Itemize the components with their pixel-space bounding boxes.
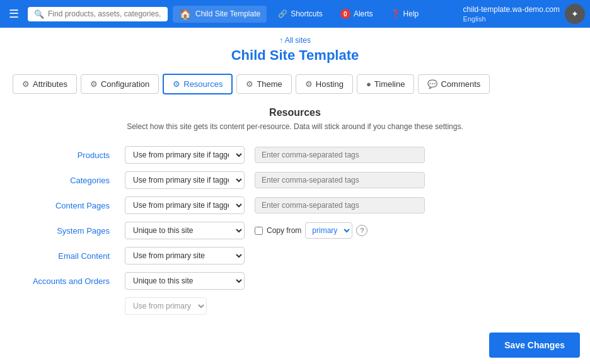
content-pages-tags-cell [250, 193, 571, 218]
accounts-orders-label: Accounts and Orders [19, 268, 120, 293]
accounts-orders-select-cell: Unique to this site Use from primary sit… [120, 268, 250, 293]
resources-table: Products Use from primary site if tagged… [19, 142, 571, 319]
email-content-select[interactable]: Use from primary site Use from primary s… [125, 247, 245, 264]
categories-tags-input[interactable] [255, 172, 425, 188]
tab-configuration[interactable]: ⚙ Configuration [81, 74, 159, 94]
more-label [19, 293, 120, 319]
products-tags-cell [250, 142, 571, 168]
tab-timeline[interactable]: ● Timeline [357, 74, 415, 94]
tab-hosting-label: Hosting [316, 79, 344, 89]
accounts-orders-extra-cell [250, 268, 571, 293]
system-pages-select[interactable]: Unique to this site Use from primary sit… [125, 222, 245, 239]
table-row: Email Content Use from primary site Use … [19, 243, 571, 268]
categories-label: Categories [19, 168, 120, 193]
alerts-badge: 0 [340, 9, 350, 19]
alerts-label: Alerts [354, 9, 373, 18]
email-content-select-cell: Use from primary site Use from primary s… [120, 243, 250, 268]
table-row: Products Use from primary site if tagged… [19, 142, 571, 168]
search-bar[interactable]: 🔍 [28, 7, 168, 21]
theme-icon: ⚙ [246, 79, 253, 89]
accounts-orders-select[interactable]: Unique to this site Use from primary sit… [125, 272, 245, 290]
tab-timeline-label: Timeline [374, 79, 405, 89]
copy-from-help-icon[interactable]: ? [356, 225, 367, 236]
content-pages-select-cell: Use from primary site if tagged Use from… [120, 193, 250, 218]
timeline-icon: ● [366, 79, 371, 89]
content-pages-select[interactable]: Use from primary site if tagged Use from… [125, 196, 245, 214]
tab-attributes-label: Attributes [33, 79, 67, 89]
page-header: ↑ All sites Child Site Template [0, 28, 590, 67]
system-pages-select-cell: Unique to this site Use from primary sit… [120, 218, 250, 243]
site-badge-icon: 🏠 [179, 8, 192, 20]
all-sites-link[interactable]: ↑ All sites [279, 36, 311, 45]
categories-select-cell: Use from primary site if tagged Use from… [120, 168, 250, 193]
search-icon: 🔍 [34, 9, 44, 19]
site-domain: child-template.wa-demo.com [463, 5, 560, 15]
site-badge-label: Child Site Template [195, 9, 260, 18]
configuration-icon: ⚙ [90, 79, 98, 89]
email-content-label: Email Content [19, 243, 120, 268]
page-title: Child Site Template [0, 47, 590, 64]
save-changes-button[interactable]: Save Changes [489, 333, 580, 358]
system-pages-copy-cell: Copy from primary ? [250, 218, 571, 243]
search-input[interactable] [48, 9, 161, 18]
tab-attributes[interactable]: ⚙ Attributes [13, 74, 77, 94]
more-select-cell: Use from primary site [120, 293, 250, 319]
help-circle-icon: ❓ [391, 9, 400, 18]
categories-tags-cell [250, 168, 571, 193]
copy-from-checkbox[interactable] [255, 227, 263, 235]
hosting-icon: ⚙ [305, 79, 313, 89]
content-area: Resources Select how this site gets its … [0, 101, 590, 325]
topnav: ☰ 🔍 🏠 Child Site Template 🔗 Shortcuts 0 … [0, 0, 590, 28]
comments-icon: 💬 [427, 79, 437, 89]
shortcuts-button[interactable]: 🔗 Shortcuts [272, 7, 329, 21]
tab-theme[interactable]: ⚙ Theme [236, 74, 291, 94]
save-bar: Save Changes [0, 326, 590, 364]
copy-from-select[interactable]: primary [305, 222, 352, 239]
tabs-bar: ⚙ Attributes ⚙ Configuration ⚙ Resources… [0, 67, 590, 101]
system-pages-label: System Pages [19, 218, 120, 243]
more-extra-cell [250, 293, 571, 319]
content-pages-tags-input[interactable] [255, 197, 425, 213]
tab-resources[interactable]: ⚙ Resources [163, 74, 233, 94]
help-label: Help [403, 9, 419, 18]
table-row: Use from primary site [19, 293, 571, 319]
site-language: English [463, 15, 560, 23]
email-content-extra-cell [250, 243, 571, 268]
tab-theme-label: Theme [257, 79, 282, 89]
site-avatar: ✦ [565, 4, 585, 24]
tab-resources-label: Resources [183, 79, 223, 89]
products-label: Products [19, 142, 120, 168]
hamburger-icon[interactable]: ☰ [5, 3, 23, 25]
resources-icon: ⚙ [173, 79, 180, 89]
tab-configuration-label: Configuration [101, 79, 149, 89]
table-row: System Pages Unique to this site Use fro… [19, 218, 571, 243]
tab-comments[interactable]: 💬 Comments [418, 74, 490, 94]
products-select[interactable]: Use from primary site if tagged Use from… [125, 146, 245, 164]
attributes-icon: ⚙ [22, 79, 30, 89]
tab-hosting[interactable]: ⚙ Hosting [296, 74, 353, 94]
site-info: child-template.wa-demo.com English ✦ [463, 4, 585, 24]
products-tags-input[interactable] [255, 147, 425, 163]
resources-subtitle: Select how this site gets its content pe… [19, 122, 571, 131]
products-select-cell: Use from primary site if tagged Use from… [120, 142, 250, 168]
categories-select[interactable]: Use from primary site if tagged Use from… [125, 171, 245, 189]
shortcuts-label: Shortcuts [291, 9, 323, 18]
copy-from-label: Copy from [267, 226, 301, 235]
more-select[interactable]: Use from primary site [125, 297, 207, 315]
help-button[interactable]: ❓ Help [385, 7, 425, 21]
alerts-button[interactable]: 0 Alerts [334, 6, 379, 21]
content-pages-label: Content Pages [19, 193, 120, 218]
table-row: Content Pages Use from primary site if t… [19, 193, 571, 218]
tab-comments-label: Comments [441, 79, 480, 89]
site-badge[interactable]: 🏠 Child Site Template [173, 6, 267, 23]
shortcuts-icon: 🔗 [278, 9, 287, 18]
table-row: Categories Use from primary site if tagg… [19, 168, 571, 193]
resources-title: Resources [19, 107, 571, 118]
table-row: Accounts and Orders Unique to this site … [19, 268, 571, 293]
